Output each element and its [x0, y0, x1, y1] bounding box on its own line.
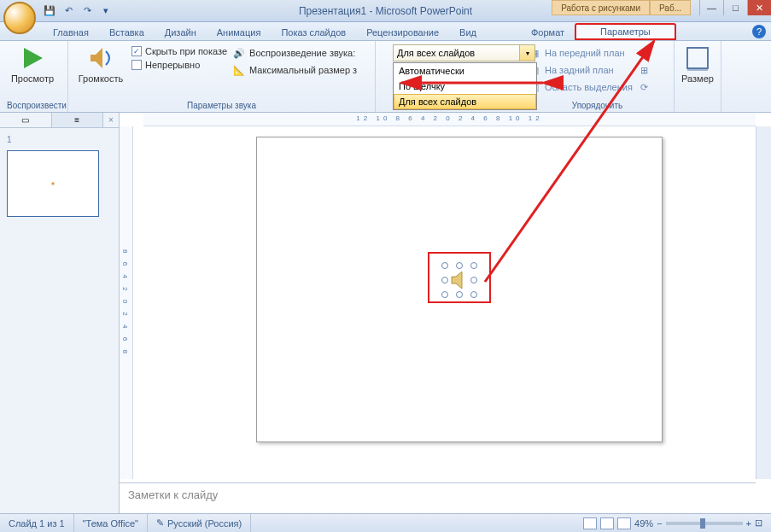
undo-icon[interactable]: ↶ [61, 4, 75, 18]
selection-pane-label: Область выделения [545, 82, 633, 92]
checkbox-icon: ✓ [131, 46, 142, 56]
zoom-in-button[interactable]: + [746, 518, 751, 529]
svg-marker-0 [24, 48, 43, 68]
view-slideshow-button[interactable] [617, 517, 631, 529]
zoom-knob[interactable] [700, 518, 705, 529]
resize-handle[interactable] [456, 262, 463, 269]
help-icon[interactable]: ? [752, 25, 766, 38]
rotate-icon: ⟳ [638, 80, 651, 94]
maximize-button[interactable]: □ [723, 0, 747, 15]
resize-handle[interactable] [441, 277, 448, 284]
panel-close-icon[interactable]: × [103, 113, 119, 127]
playback-dropdown[interactable]: Для всех слайдов ▾ Автоматически По щелч… [393, 44, 535, 61]
slide-canvas[interactable] [256, 137, 663, 442]
vertical-ruler-text: 8 6 4 2 0 2 4 6 8 [121, 126, 129, 479]
ruler-icon: 📐 [232, 63, 246, 77]
status-slide[interactable]: Слайд 1 из 1 [0, 514, 74, 532]
zoom-out-button[interactable]: − [657, 518, 662, 529]
playback-row: 🔊 Воспроизведение звука: [232, 46, 357, 60]
audio-marker-icon [52, 183, 55, 185]
maxsize-label: Максимальный размер з [249, 65, 357, 75]
horizontal-ruler: 12 10 8 6 4 2 0 2 4 6 8 10 12 [143, 113, 756, 126]
thumbnail-number: 1 [7, 135, 17, 144]
resize-handle[interactable] [470, 277, 477, 284]
group-button[interactable]: ⊞ [638, 63, 651, 77]
dropdown-item-auto[interactable]: Автоматически [394, 63, 536, 79]
resize-handle[interactable] [456, 291, 463, 298]
resize-handle[interactable] [470, 262, 477, 269]
vertical-ruler: 8 6 4 2 0 2 4 6 8 [120, 126, 133, 479]
selection-pane-button[interactable]: ◫ Область выделения [528, 80, 633, 94]
zoom-percent[interactable]: 49% [634, 518, 653, 529]
resize-handle[interactable] [470, 291, 477, 298]
audio-object[interactable] [445, 266, 474, 295]
workarea: ▭ ≡ × 1 12 10 8 6 4 2 0 2 4 6 8 10 12 8 … [0, 113, 771, 513]
status-language[interactable]: ✎ Русский (Россия) [148, 514, 251, 532]
svg-rect-2 [687, 48, 708, 68]
notes-placeholder: Заметки к слайду [128, 488, 218, 501]
minimize-button[interactable]: — [699, 0, 723, 15]
align-button[interactable]: ☰ [638, 46, 651, 60]
slide-thumbnail[interactable]: 1 [7, 135, 112, 220]
group-label-arrange: Упорядочить [528, 99, 667, 112]
panel-tab-outline[interactable]: ≡ [52, 113, 104, 127]
dropdown-selected[interactable]: Для всех слайдов ▾ Автоматически По щелч… [393, 44, 535, 61]
tab-slideshow[interactable]: Показ слайдов [271, 25, 356, 40]
send-back-button[interactable]: ▧ На задний план [528, 63, 633, 77]
group-preview: Просмотр Воспроизвести [0, 41, 68, 112]
save-icon[interactable]: 💾 [43, 4, 56, 18]
speaker-icon [87, 44, 114, 72]
loop-checkbox-row[interactable]: Непрерывно [131, 60, 227, 70]
window-controls: — □ ✕ [699, 0, 771, 15]
rotate-button[interactable]: ⟳ [638, 80, 651, 94]
zoom-slider[interactable] [666, 522, 743, 525]
group-icon: ⊞ [638, 63, 651, 77]
contextual-tab-picture-tools[interactable]: Работа с рисунками [552, 0, 650, 15]
qat-dropdown-icon[interactable]: ▾ [99, 4, 113, 18]
group-label-sound: Параметры звука [75, 99, 368, 112]
bring-front-button[interactable]: ▦ На передний план [528, 46, 633, 60]
tab-parameters[interactable]: Параметры [575, 23, 676, 40]
volume-button[interactable]: Громкость [75, 44, 126, 84]
chevron-down-icon[interactable]: ▾ [519, 45, 534, 61]
panel-tab-slides[interactable]: ▭ [0, 113, 52, 127]
contextual-tab-2[interactable]: Раб... [650, 0, 691, 15]
titlebar: 💾 ↶ ↷ ▾ Презентация1 - Microsoft PowerPo… [0, 0, 771, 22]
status-theme[interactable]: "Тема Office" [74, 514, 148, 532]
redo-icon[interactable]: ↷ [80, 4, 94, 18]
preview-button[interactable]: Просмотр [7, 44, 58, 84]
view-normal-button[interactable] [583, 517, 597, 529]
notes-pane[interactable]: Заметки к слайду [120, 482, 756, 513]
tab-design[interactable]: Дизайн [155, 25, 207, 40]
size-icon [684, 44, 711, 72]
fit-button[interactable]: ⊡ [755, 517, 762, 529]
status-right: 49% − + ⊡ [583, 517, 771, 529]
tab-home[interactable]: Главная [43, 25, 99, 40]
resize-handle[interactable] [441, 291, 448, 298]
panel-tabs: ▭ ≡ × [0, 113, 119, 128]
vertical-scrollbar[interactable] [756, 126, 771, 479]
dropdown-item-all[interactable]: Для всех слайдов [394, 94, 536, 109]
playback-label: Воспроизведение звука: [249, 48, 355, 58]
preview-label: Просмотр [11, 73, 54, 84]
size-button[interactable]: Размер [681, 44, 714, 84]
resize-handle[interactable] [441, 262, 448, 269]
tab-view[interactable]: Вид [449, 25, 487, 40]
dropdown-item-click[interactable]: По щелчку [394, 79, 536, 94]
hide-checkbox-row[interactable]: ✓ Скрыть при показе [131, 46, 227, 56]
size-label: Размер [681, 73, 714, 84]
view-sorter-button[interactable] [600, 517, 614, 529]
volume-label: Громкость [79, 73, 123, 84]
window-title: Презентация1 - Microsoft PowerPoint [299, 5, 472, 17]
dropdown-selected-text: Для всех слайдов [397, 48, 475, 58]
svg-marker-4 [452, 272, 462, 289]
tab-animation[interactable]: Анимация [207, 25, 272, 40]
tab-review[interactable]: Рецензирование [356, 25, 449, 40]
close-button[interactable]: ✕ [747, 0, 771, 15]
tab-insert[interactable]: Вставка [99, 25, 155, 40]
tab-format[interactable]: Формат [521, 25, 575, 40]
office-button[interactable] [3, 2, 36, 34]
loop-label: Непрерывно [145, 60, 200, 70]
maxsize-row[interactable]: 📐 Максимальный размер з [232, 63, 357, 77]
status-bar: Слайд 1 из 1 "Тема Office" ✎ Русский (Ро… [0, 513, 771, 532]
